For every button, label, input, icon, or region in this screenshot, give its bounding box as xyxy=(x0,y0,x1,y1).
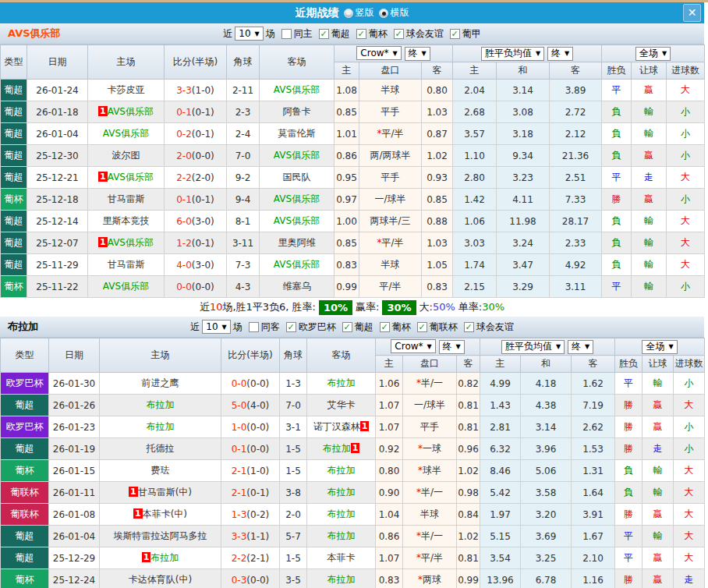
avg-type-select[interactable]: 胜平负均值 xyxy=(481,47,544,61)
avg-type-select[interactable]: 胜平负均值 xyxy=(501,340,565,354)
league-cell: 葡超 xyxy=(1,547,49,569)
handicap-result-cell: 贏 xyxy=(643,416,674,438)
handicap-result-cell: 輸 xyxy=(643,373,674,395)
match-count-select[interactable]: 10 xyxy=(202,320,230,334)
avg-draw-cell: 3.29 xyxy=(497,276,550,298)
sub-col-result: 胜负 xyxy=(615,356,643,373)
handicap-cell: 平手 xyxy=(359,167,422,189)
date-cell: 26-01-23 xyxy=(49,416,100,438)
odds-time-select[interactable]: 终 xyxy=(405,47,430,61)
result-cell: 平 xyxy=(602,167,632,189)
avg-draw-cell: 3.18 xyxy=(497,123,550,145)
odds-time-select[interactable]: 终 xyxy=(439,340,465,354)
league-checkbox-pt-liga2[interactable] xyxy=(450,29,460,39)
layout-vertical-radio[interactable]: 竖版 xyxy=(344,6,374,19)
rank-1-badge: 1 xyxy=(142,552,151,562)
avg-away-cell: 3.11 xyxy=(550,276,602,298)
avg-away-cell: 1.64 xyxy=(572,482,615,504)
away-odds-cell: 1.02 xyxy=(457,526,480,547)
rank-1-badge: 1 xyxy=(98,237,108,247)
away-team-cell: AVS俱乐部 xyxy=(260,254,335,276)
home-odds-cell: 1.00 xyxy=(335,211,359,232)
score-cell: 0-3(0-0) xyxy=(221,569,280,588)
home-team-cell: 1AVS俱乐部 xyxy=(88,101,165,123)
rank-1-badge: 1 xyxy=(98,106,108,116)
home-team-cell: 埃斯特雷拉达阿马多拉 xyxy=(100,526,221,547)
col-corner: 角球 xyxy=(280,338,307,373)
league-cell: 葡杯 xyxy=(1,189,27,211)
score-cell: 3-3(1-1) xyxy=(221,526,280,547)
goals-result-cell: 大 xyxy=(674,504,705,526)
match-row: 葡超25-12-291布拉加2-2(2-1)1-5本菲卡1.07*平/半0.81… xyxy=(1,547,705,569)
avg-away-cell: 2.10 xyxy=(572,547,615,569)
away-odds-cell: 1.03 xyxy=(422,232,453,254)
league-checkbox-pt-cup[interactable] xyxy=(380,322,390,332)
odds-source-select[interactable]: Crow* xyxy=(391,339,435,353)
match-count-select[interactable]: 10 xyxy=(235,27,263,41)
home-team-cell: 里斯本竞技 xyxy=(88,211,165,232)
odds-source-select[interactable]: Crow* xyxy=(356,46,401,60)
league-checkbox-league-cup[interactable] xyxy=(417,322,427,332)
sub-col-goals: 进球数 xyxy=(667,62,705,80)
rank-1-badge: 1 xyxy=(351,443,360,453)
handicap-result-cell: 贏 xyxy=(643,569,674,588)
goals-result-cell: 小 xyxy=(674,438,705,460)
league-cell: 葡杯 xyxy=(1,460,49,482)
avg-home-cell: 2.81 xyxy=(480,416,521,438)
radio-unchecked-icon[interactable] xyxy=(344,9,353,18)
rank-1-badge: 1 xyxy=(133,508,143,519)
league-cell: 葡联杯 xyxy=(1,504,49,526)
avg-home-cell: 1.97 xyxy=(480,504,521,526)
away-team-cell: 布拉加 xyxy=(307,482,376,504)
home-odds-cell: 0.80 xyxy=(376,460,403,482)
league-checkbox-friendly[interactable] xyxy=(394,29,404,39)
handicap-cell: *一球 xyxy=(403,438,457,460)
avg-draw-cell: 3.25 xyxy=(521,547,572,569)
same-home-checkbox[interactable] xyxy=(281,29,292,39)
league-cell: 葡超 xyxy=(1,395,49,416)
col-type: 类型 xyxy=(1,45,27,80)
avg-home-cell: 4.99 xyxy=(480,373,521,395)
handicap-cell: 平手 xyxy=(359,101,422,123)
date-cell: 26-01-19 xyxy=(49,438,100,460)
league-checkbox-pt-liga[interactable] xyxy=(342,322,352,332)
win-rate-label: 胜率: xyxy=(292,300,316,314)
fulltime-select[interactable]: 全场 xyxy=(642,340,677,354)
sub-col-handicap-result: 让球 xyxy=(632,62,667,80)
sub-col-avg-draw: 和 xyxy=(497,62,550,80)
home-team-cell: 卡达体育队(中) xyxy=(100,569,221,588)
league-checkbox-europa[interactable] xyxy=(286,322,296,332)
layout-horizontal-radio[interactable]: 横版 xyxy=(379,6,409,19)
avg-home-cell: 13.96 xyxy=(480,569,521,588)
home-team-cell: 1甘马雷斯(中) xyxy=(100,482,221,504)
same-away-checkbox[interactable] xyxy=(249,322,259,332)
table-header: 类型 日期 主场 比分(半场) 角球 客场 Crow* 终 胜平负均值 终 全场 xyxy=(1,338,705,373)
away-odds-cell: 0.85 xyxy=(422,189,453,211)
radio-checked-icon[interactable] xyxy=(379,9,388,18)
close-icon[interactable] xyxy=(683,4,701,22)
fulltime-select[interactable]: 全场 xyxy=(635,47,671,61)
league-cell: 葡超 xyxy=(1,101,27,123)
match-row: 葡联杯26-01-111甘马雷斯(中)2-1(0-1)3-8布拉加0.90*半/… xyxy=(1,482,705,504)
avg-time-select[interactable]: 终 xyxy=(568,340,593,354)
result-cell: 勝 xyxy=(615,504,643,526)
home-odds-cell: 1.01 xyxy=(335,123,359,145)
goals-result-cell: 大 xyxy=(674,526,705,547)
avg-time-select[interactable]: 终 xyxy=(547,47,573,61)
col-date: 日期 xyxy=(49,338,100,373)
avg-draw-cell: 4.11 xyxy=(497,189,550,211)
window-title: 近期战绩 xyxy=(296,6,339,20)
league-checkbox-pt-cup[interactable] xyxy=(356,29,366,39)
goals-result-cell: 大 xyxy=(667,211,705,232)
away-odds-cell: 1.02 xyxy=(422,145,453,167)
score-cell: 0-1(0-0) xyxy=(221,438,280,460)
avg-home-cell: 6.32 xyxy=(480,438,521,460)
home-team-cell: 1AVS俱乐部 xyxy=(88,232,165,254)
league-checkbox-friendly[interactable] xyxy=(464,322,474,332)
handicap-result-cell: 贏 xyxy=(632,80,667,101)
league-checkbox-pt-liga[interactable] xyxy=(319,29,329,39)
avg-home-cell: 1.10 xyxy=(453,145,497,167)
result-cell: 負 xyxy=(602,254,632,276)
sub-col-home-odds: 主 xyxy=(376,356,403,373)
away-odds-cell: 0.81 xyxy=(457,547,480,569)
